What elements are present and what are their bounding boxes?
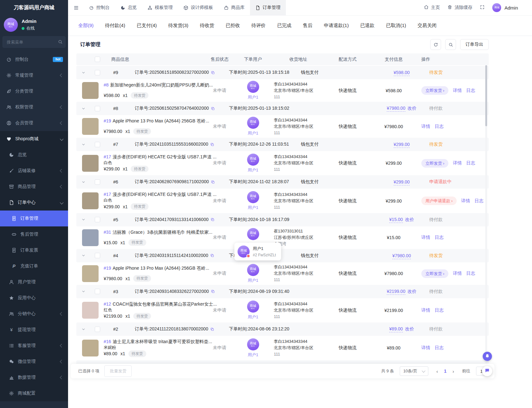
- sidebar-item-order-center[interactable]: 订单中心: [0, 195, 68, 211]
- action-log[interactable]: 日志: [474, 198, 483, 204]
- sidebar-item-shopro[interactable]: Shopro商城: [0, 131, 68, 147]
- action-detail[interactable]: 详情: [421, 345, 430, 351]
- current-page[interactable]: 1: [441, 369, 449, 374]
- scrollbar-thumb[interactable]: [485, 65, 487, 126]
- collapse-caret-icon[interactable]: [76, 71, 90, 75]
- menu-toggle-button[interactable]: [68, 0, 84, 15]
- tab-completed[interactable]: 已完成: [277, 23, 291, 29]
- order-checkbox[interactable]: [95, 217, 100, 222]
- buyer[interactable]: 商城· B2C ·用户1: [235, 154, 271, 173]
- action-ship[interactable]: 立即发货›: [421, 86, 448, 95]
- order-amount-link[interactable]: ¥7980.00: [392, 253, 411, 259]
- tab-unpaid[interactable]: 待付款(4): [105, 23, 125, 29]
- action-log[interactable]: 日志: [466, 271, 475, 276]
- change-price-link[interactable]: 改价: [405, 326, 414, 331]
- batch-ship-button[interactable]: 批量发货: [104, 365, 132, 377]
- sidebar-item-mall-config[interactable]: 商城配置: [0, 385, 68, 401]
- order-amount-link[interactable]: ¥598.00: [394, 70, 410, 76]
- product-title[interactable]: #8新加坡hegen新生儿240ml宽口奶瓶PPSU婴儿断奶...: [104, 82, 213, 88]
- product-title[interactable]: #31洁丽雅（Grace）3条抗菌新疆棉毛巾 纯棉柔软家...: [104, 230, 212, 235]
- sidebar-item-withdraw[interactable]: ¥提现管理: [0, 322, 68, 338]
- collapse-caret-icon[interactable]: [76, 142, 90, 147]
- order-checkbox[interactable]: [95, 289, 100, 294]
- action-ship[interactable]: 立即发货›: [421, 269, 448, 278]
- sidebar-item-user-manage[interactable]: 用户管理: [0, 274, 68, 290]
- collapse-caret-icon[interactable]: [76, 218, 90, 222]
- change-price-link[interactable]: 改价: [408, 289, 417, 294]
- tab-aftersale[interactable]: 售后: [303, 23, 312, 29]
- select-all-checkbox[interactable]: [95, 57, 100, 62]
- prev-page-button[interactable]: ‹: [434, 369, 440, 374]
- order-amount-link[interactable]: ¥15.00: [389, 217, 403, 223]
- action-log[interactable]: 日志: [466, 160, 475, 166]
- buyer-name[interactable]: 用户1: [248, 352, 258, 358]
- sidebar-item-data[interactable]: 数据管理: [0, 370, 68, 385]
- sidebar-item-decoration[interactable]: 店铺装修: [0, 163, 68, 179]
- fullscreen-button[interactable]: [480, 5, 485, 10]
- copy-icon[interactable]: [210, 142, 214, 147]
- product-image[interactable]: [82, 118, 99, 135]
- tab-refund-apply[interactable]: 申请退款(1): [324, 23, 349, 29]
- sidebar-item-wechat[interactable]: 微信管理: [0, 354, 68, 370]
- admin-menu[interactable]: 商城 Admin: [492, 3, 518, 12]
- tab-to-receive[interactable]: 待收货: [200, 23, 214, 29]
- product-image[interactable]: [82, 265, 99, 282]
- buyer-name[interactable]: 用户1: [248, 314, 258, 320]
- order-checkbox[interactable]: [95, 106, 100, 111]
- page-size-select[interactable]: 10条/页: [400, 366, 428, 376]
- sidebar-item-permission[interactable]: 权限管理: [0, 99, 68, 115]
- sidebar-item-order-manage[interactable]: 订单管理: [0, 211, 68, 226]
- action-log[interactable]: 日志: [435, 308, 444, 313]
- topnav-goods-lib[interactable]: 商品库: [218, 0, 250, 15]
- order-amount-link[interactable]: ¥2199.00: [387, 289, 405, 295]
- topnav-designer[interactable]: 设计师模板: [178, 0, 218, 15]
- topnav-template[interactable]: 模板管理: [142, 0, 178, 15]
- sidebar-item-category[interactable]: 分类管理: [0, 83, 68, 99]
- order-checkbox[interactable]: [95, 253, 100, 258]
- tab-to-ship[interactable]: 待发货(3): [168, 23, 188, 29]
- action-detail[interactable]: 详情: [421, 308, 430, 313]
- tab-all[interactable]: 全部(9): [78, 23, 93, 29]
- collapse-caret-icon[interactable]: [76, 180, 90, 184]
- buyer-name[interactable]: 用户1: [248, 130, 258, 136]
- sidebar-item-service[interactable]: 客服管理: [0, 338, 68, 354]
- refresh-button[interactable]: [430, 39, 441, 50]
- sidebar-item-dashboard[interactable]: 控制台hot: [0, 52, 68, 67]
- sidebar-item-distribution[interactable]: 分销中心: [0, 306, 68, 322]
- product-title[interactable]: #17漫步者(EDIFIER) HECATE G2专业版 USB7.1声道 ..…: [104, 192, 217, 197]
- sidebar-item-overview[interactable]: 总览: [0, 147, 68, 163]
- buyer-name[interactable]: 用户1: [248, 205, 258, 211]
- copy-icon[interactable]: [211, 71, 215, 75]
- topnav-console[interactable]: 控制台: [84, 0, 115, 15]
- buyer[interactable]: 商城· B2C ·用户1: [235, 264, 271, 283]
- sidebar-item-app-center[interactable]: 应用中心: [0, 290, 68, 306]
- order-checkbox[interactable]: [95, 142, 100, 147]
- tab-to-review[interactable]: 待评价: [251, 23, 266, 29]
- sidebar-item-goods[interactable]: 商品管理: [0, 179, 68, 195]
- action-detail[interactable]: 详情: [461, 198, 470, 204]
- action-detail[interactable]: 详情: [453, 271, 462, 276]
- customer-service-button[interactable]: [482, 366, 492, 376]
- topnav-overview[interactable]: 总览: [115, 0, 142, 15]
- action-detail[interactable]: 详情: [453, 160, 462, 166]
- buyer[interactable]: 商城· B2C ·用户1: [235, 338, 271, 358]
- collapse-caret-icon[interactable]: [76, 327, 90, 331]
- copy-icon[interactable]: [211, 180, 215, 184]
- tab-cancelled[interactable]: 已取消(1): [386, 23, 406, 29]
- action-log[interactable]: 日志: [466, 88, 475, 93]
- home-link[interactable]: 主页: [424, 5, 440, 10]
- buyer[interactable]: 商城· B2C ·用户1: [235, 191, 271, 211]
- profile[interactable]: 商城· B2C · Admin 在线: [0, 15, 68, 35]
- search-button[interactable]: [445, 39, 456, 50]
- copy-icon[interactable]: [211, 107, 215, 111]
- notification-bell-button[interactable]: [483, 352, 492, 361]
- action-log[interactable]: 日志: [435, 235, 444, 240]
- copy-icon[interactable]: [211, 218, 215, 222]
- collapse-caret-icon[interactable]: [76, 253, 90, 258]
- buyer-name[interactable]: 用户1: [248, 167, 258, 173]
- change-price-link[interactable]: 改价: [408, 106, 417, 111]
- export-orders-button[interactable]: 订单导出: [460, 39, 489, 50]
- order-amount-link[interactable]: ¥299.00: [394, 142, 410, 148]
- order-amount-link[interactable]: ¥7980.00: [387, 106, 405, 112]
- product-image[interactable]: [82, 82, 99, 99]
